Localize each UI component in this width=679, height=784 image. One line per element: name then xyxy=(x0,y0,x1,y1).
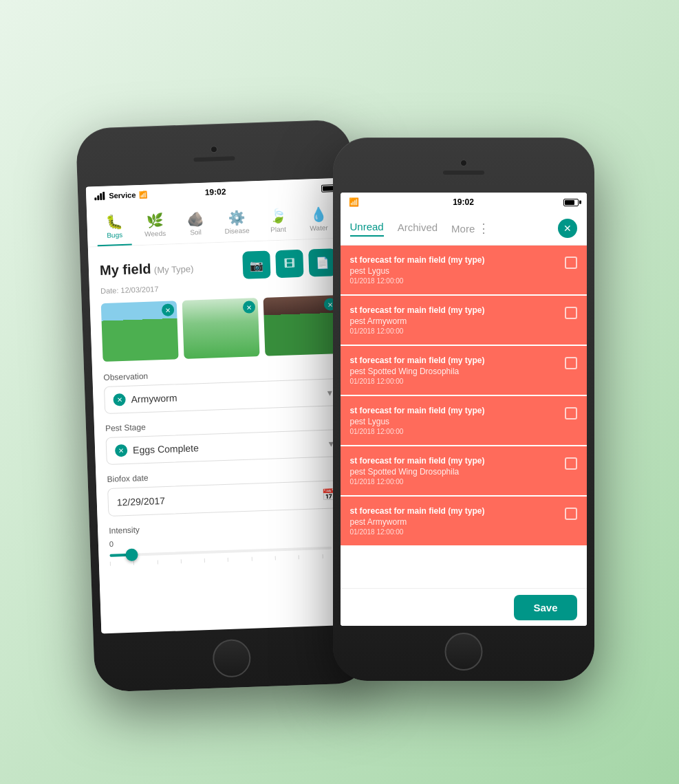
tab-bugs[interactable]: 🐛 Bugs xyxy=(96,210,132,246)
signal-bar-4 xyxy=(103,192,105,200)
save-button[interactable]: Save xyxy=(514,595,576,620)
pest-stage-value: Eggs Complete xyxy=(132,442,198,455)
tick-1 xyxy=(133,561,134,565)
tab-weeds-label: Weeds xyxy=(144,230,165,238)
observation-select[interactable]: ✕ Armyworm ▾ xyxy=(103,378,341,414)
notif-subtitle-0: pest Lygus xyxy=(350,266,559,276)
tab-plant[interactable]: 🍃 Plant xyxy=(260,204,296,241)
slider-thumb[interactable] xyxy=(125,548,138,561)
phone-2-bottom: Save xyxy=(341,588,587,626)
speaker-2 xyxy=(443,171,484,175)
tab-archived[interactable]: Archived xyxy=(398,221,438,236)
wifi-icon-1: 📶 xyxy=(138,190,147,198)
notif-checkbox-1[interactable] xyxy=(565,307,577,319)
biofox-date-input[interactable]: 12/29/2017 📅 xyxy=(107,480,345,516)
notif-time-2: 01/2018 12:00:00 xyxy=(350,378,559,385)
photo-1[interactable]: ✕ xyxy=(100,301,178,362)
field-type: (My Type) xyxy=(153,263,193,275)
photo-2[interactable]: ✕ xyxy=(182,298,259,359)
notif-checkbox-4[interactable] xyxy=(565,457,577,470)
signal-bar-3 xyxy=(100,193,102,200)
phone-1-screen: Service 📶 19:02 🐛 Bugs 🌿 Weeds xyxy=(85,178,359,634)
field-actions: 📷 🎞 📄 xyxy=(242,248,336,279)
date-label: Date: xyxy=(100,286,118,295)
notif-subtitle-2: pest Spotted Wing Drosophila xyxy=(350,367,559,376)
tick-5 xyxy=(228,558,228,562)
more-dots-icon: ⋮ xyxy=(477,221,490,236)
plant-icon: 🍃 xyxy=(269,208,287,225)
observation-clear[interactable]: ✕ xyxy=(113,393,126,406)
notif-title-0: st forecast for main field (my type) xyxy=(350,255,559,265)
notif-text-2: st forecast for main field (my type) pes… xyxy=(350,356,559,385)
close-icon: ✕ xyxy=(563,223,572,234)
tick-7 xyxy=(274,556,275,560)
soil-icon: 🪨 xyxy=(186,210,204,228)
notif-checkbox-0[interactable] xyxy=(565,257,577,269)
notif-checkbox-5[interactable] xyxy=(565,508,577,520)
tab-unread[interactable]: Unread xyxy=(350,221,384,237)
notif-item-0[interactable]: st forecast for main field (my type) pes… xyxy=(341,246,587,294)
wifi-icon-2: 📶 xyxy=(349,197,359,207)
film-button[interactable]: 🎞 xyxy=(275,250,303,278)
biofox-date-value: 12/29/2017 xyxy=(116,495,165,508)
photo-1-remove[interactable]: ✕ xyxy=(161,303,174,316)
tab-disease[interactable]: ⚙️ Disease xyxy=(218,206,255,242)
notif-item-5[interactable]: st forecast for main field (my type) pes… xyxy=(341,497,587,545)
notif-item-2[interactable]: st forecast for main field (my type) pes… xyxy=(341,346,587,395)
camera-dot-1 xyxy=(210,146,217,153)
date-value: 12/03/2017 xyxy=(120,285,158,294)
home-button-1[interactable] xyxy=(212,639,251,678)
photo-2-remove[interactable]: ✕ xyxy=(242,301,255,314)
notif-tabs: Unread Archived More ⋮ xyxy=(350,221,491,237)
notif-item-1[interactable]: st forecast for main field (my type) pes… xyxy=(341,296,587,345)
phone-2-content: 📶 19:02 Unread Archived More ⋮ xyxy=(341,193,587,626)
pest-stage-select[interactable]: ✕ Eggs Complete ▾ xyxy=(105,429,343,465)
close-button[interactable]: ✕ xyxy=(558,219,577,238)
pest-stage-clear[interactable]: ✕ xyxy=(114,444,127,457)
tick-6 xyxy=(251,557,252,561)
tab-soil[interactable]: 🪨 Soil xyxy=(177,207,213,243)
notif-time-1: 01/2018 12:00:00 xyxy=(350,327,559,335)
camera-button[interactable]: 📷 xyxy=(242,250,270,279)
photo-3[interactable]: ✕ xyxy=(263,295,341,356)
notifications-list: st forecast for main field (my type) pes… xyxy=(341,246,587,626)
signal-bars-1 xyxy=(94,192,105,201)
notif-item-3[interactable]: st forecast for main field (my type) pes… xyxy=(341,396,587,445)
phone-2-screen: 📶 19:02 Unread Archived More ⋮ xyxy=(341,193,587,626)
status-left-1: Service 📶 xyxy=(94,190,147,201)
tick-4 xyxy=(204,558,204,563)
status-left-2: 📶 xyxy=(349,197,359,207)
service-label: Service xyxy=(109,190,136,199)
app-content-1: My field (My Type) 📷 🎞 📄 Date: 12/03/201… xyxy=(87,239,359,633)
notif-title-3: st forecast for main field (my type) xyxy=(350,406,559,415)
tick-0 xyxy=(109,562,110,566)
battery-icon-2 xyxy=(563,199,579,206)
notif-subtitle-5: pest Armyworm xyxy=(350,517,559,527)
tab-more[interactable]: More ⋮ xyxy=(451,221,490,236)
notif-checkbox-2[interactable] xyxy=(565,357,577,369)
notif-text-0: st forecast for main field (my type) pes… xyxy=(350,255,559,285)
intensity-min: 0 xyxy=(109,540,114,548)
observation-chevron: ▾ xyxy=(327,386,332,398)
notif-subtitle-1: pest Armyworm xyxy=(350,316,559,326)
phone-1: Service 📶 19:02 🐛 Bugs 🌿 Weeds xyxy=(75,119,369,692)
notif-subtitle-3: pest Lygus xyxy=(350,417,559,426)
status-time-1: 19:02 xyxy=(204,187,226,197)
notif-title-2: st forecast for main field (my type) xyxy=(350,356,559,365)
notif-time-5: 01/2018 12:00:00 xyxy=(350,528,559,536)
phone-2: 📶 19:02 Unread Archived More ⋮ xyxy=(333,138,594,681)
disease-icon: ⚙️ xyxy=(227,209,245,226)
speaker-1 xyxy=(193,156,235,162)
bugs-icon: 🐛 xyxy=(105,213,123,230)
tab-weeds[interactable]: 🌿 Weeds xyxy=(137,208,173,245)
pest-stage-select-left: ✕ Eggs Complete xyxy=(114,442,198,457)
notif-item-4[interactable]: st forecast for main field (my type) pes… xyxy=(341,446,587,495)
tab-water[interactable]: 💧 Water xyxy=(301,203,336,239)
status-bar-2: 📶 19:02 xyxy=(341,193,587,212)
notif-checkbox-3[interactable] xyxy=(565,407,577,420)
document-button[interactable]: 📄 xyxy=(308,248,336,276)
home-button-2[interactable] xyxy=(444,633,482,671)
weeds-icon: 🌿 xyxy=(146,212,164,229)
signal-bar-1 xyxy=(94,197,96,200)
more-label: More xyxy=(451,223,475,235)
